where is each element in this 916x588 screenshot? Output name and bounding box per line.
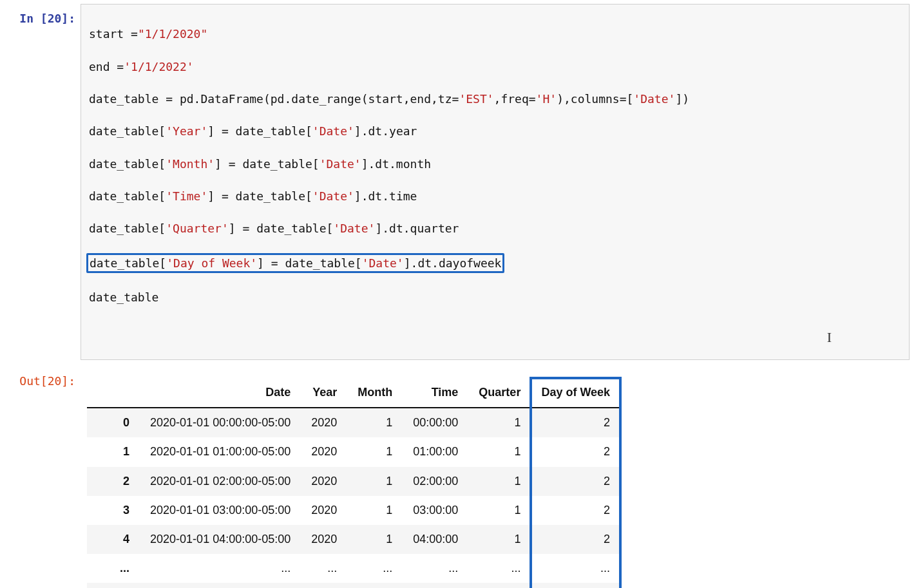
code-token: '1/1/2022' [124, 60, 193, 73]
code-token: = [271, 256, 278, 270]
code-token: ] [207, 189, 222, 203]
code-token: ].dt.year [354, 124, 417, 138]
cell-dow: 2 [531, 408, 620, 437]
code-token: date_table[ [236, 157, 320, 171]
input-prompt-label: In [20]: [6, 4, 81, 26]
code-token: ].dt.month [361, 157, 431, 171]
code-token: ]) [675, 92, 689, 106]
code-token: = [222, 124, 229, 138]
cell-date: 2020-01-01 00:00:00-05:00 [140, 408, 301, 437]
row-index: 2 [87, 467, 140, 496]
code-editor[interactable]: start ="1/1/2020" end ='1/1/2022' date_t… [81, 4, 910, 360]
cell-date: 2020-01-01 04:00:00-05:00 [140, 525, 301, 554]
table-row: 175402021-12-31 20:00:00-05:0020211220:0… [87, 583, 620, 588]
highlighted-code-line: date_table['Day of Week'] = date_table['… [86, 253, 504, 273]
table-row: 42020-01-01 04:00:00-05:002020104:00:001… [87, 525, 620, 554]
code-token: date_table[ [90, 256, 166, 270]
cell-dow: 4 [531, 583, 620, 588]
code-token: ] [215, 157, 229, 171]
code-token: ),columns [557, 92, 620, 106]
code-token: 'EST' [459, 92, 493, 106]
code-token: ].dt.time [354, 189, 417, 203]
col-dow: Day of Week [531, 378, 620, 408]
cell-time: 00:00:00 [403, 408, 468, 437]
dataframe-table: Date Year Month Time Quarter Day of Week… [87, 378, 620, 588]
cell-date: 2020-01-01 01:00:00-05:00 [140, 437, 301, 466]
cell-month: 1 [347, 408, 403, 437]
code-token: date_table[ [89, 222, 166, 235]
code-token: date_table[ [249, 222, 333, 235]
code-token: ].dt.quarter [375, 222, 459, 235]
col-year: Year [301, 378, 347, 408]
code-token: [ [627, 92, 634, 106]
cell-quarter: 1 [468, 525, 531, 554]
input-cell: In [20]: start ="1/1/2020" end ='1/1/202… [6, 4, 910, 360]
cell-quarter: 1 [468, 408, 531, 437]
code-token: date_table[ [89, 157, 166, 171]
row-index: ... [87, 554, 140, 583]
cell-year: 2020 [301, 467, 347, 496]
code-token: 'Date' [362, 256, 404, 270]
cell-dow: ... [531, 554, 620, 583]
code-token: 'Date' [333, 222, 375, 235]
code-token: 'Date' [312, 124, 354, 138]
cell-dow: 2 [531, 525, 620, 554]
code-token: end [89, 60, 117, 73]
row-index: 1 [87, 437, 140, 466]
col-quarter: Quarter [468, 378, 531, 408]
cell-time: 01:00:00 [403, 437, 468, 466]
cell-month: 1 [347, 467, 403, 496]
cell-year: 2020 [301, 437, 347, 466]
row-index: 17540 [87, 583, 140, 588]
code-token: = [452, 92, 459, 106]
cell-date: ... [140, 554, 301, 583]
code-token: = [166, 92, 173, 106]
code-token: ] [207, 124, 222, 138]
cell-time: ... [403, 554, 468, 583]
cell-dow: 2 [531, 496, 620, 525]
table-row: 02020-01-01 00:00:00-05:002020100:00:001… [87, 408, 620, 437]
cell-month: 12 [347, 583, 403, 588]
cell-year: 2020 [301, 525, 347, 554]
code-token: 'Date' [633, 92, 675, 106]
cell-quarter: 1 [468, 467, 531, 496]
code-token: 'Year' [166, 124, 207, 138]
cell-month: ... [347, 554, 403, 583]
cell-year: 2020 [301, 408, 347, 437]
code-token: date_table[ [89, 189, 166, 203]
cell-quarter: 4 [468, 583, 531, 588]
output-prompt-label: Out[20]: [6, 366, 81, 389]
cell-month: 1 [347, 496, 403, 525]
code-token: date_table[ [89, 124, 166, 138]
cell-dow: 2 [531, 467, 620, 496]
cell-dow: 2 [531, 437, 620, 466]
cell-year: ... [301, 554, 347, 583]
cell-time: 02:00:00 [403, 467, 468, 496]
cell-date: 2021-12-31 20:00:00-05:00 [140, 583, 301, 588]
row-index: 0 [87, 408, 140, 437]
cell-time: 04:00:00 [403, 525, 468, 554]
code-token: date_table[ [229, 124, 312, 138]
row-index: 3 [87, 496, 140, 525]
col-time: Time [403, 378, 468, 408]
code-token: date_table[ [278, 256, 362, 270]
code-token: ] [257, 256, 271, 270]
code-token: 'Date' [312, 189, 354, 203]
code-token: 'Date' [320, 157, 361, 171]
code-token: pd.DataFrame(pd.date_range(start,end,tz [173, 92, 452, 106]
cell-month: 1 [347, 525, 403, 554]
code-token: date_table [89, 290, 158, 304]
table-header-row: Date Year Month Time Quarter Day of Week [87, 378, 620, 408]
table-row: 22020-01-01 02:00:00-05:002020102:00:001… [87, 467, 620, 496]
code-token: ].dt.dayofweek [404, 256, 502, 270]
code-token: 'Quarter' [166, 222, 229, 235]
cell-time: 20:00:00 [403, 583, 468, 588]
cell-month: 1 [347, 437, 403, 466]
code-token: ] [229, 222, 243, 235]
code-token: 'H' [536, 92, 557, 106]
code-token: = [242, 222, 249, 235]
code-token: = [529, 92, 536, 106]
row-index: 4 [87, 525, 140, 554]
code-token: = [131, 27, 138, 41]
code-token: "1/1/2020" [138, 27, 207, 41]
